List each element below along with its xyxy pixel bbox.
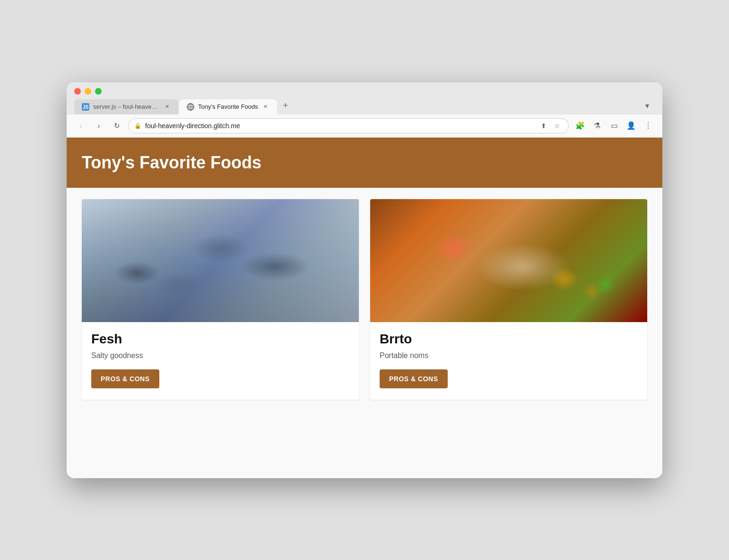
fesh-image xyxy=(82,199,359,322)
brrto-pros-cons-button[interactable]: PROS & CONS xyxy=(380,369,448,388)
svg-text:JS: JS xyxy=(83,105,89,110)
fesh-card-body: Fesh Salty goodness PROS & CONS xyxy=(82,322,359,400)
reload-button[interactable]: ↻ xyxy=(110,119,123,132)
brrto-card-body: Brrto Portable noms PROS & CONS xyxy=(370,322,647,400)
menu-button[interactable]: ⋮ xyxy=(642,119,655,132)
forward-button[interactable]: › xyxy=(92,119,105,132)
page-header: Tony's Favorite Foods xyxy=(67,138,662,188)
tab-foods-close[interactable]: ✕ xyxy=(262,103,269,111)
fesh-pros-cons-button[interactable]: PROS & CONS xyxy=(91,369,159,388)
browser-actions: 🧩 ⚗ ▭ 👤 ⋮ xyxy=(573,119,655,132)
traffic-lights xyxy=(74,88,655,95)
tab-server-close[interactable]: ✕ xyxy=(163,103,171,111)
brrto-description: Portable noms xyxy=(380,351,638,360)
reader-button[interactable]: ▭ xyxy=(608,119,621,132)
tab-chevron[interactable]: ▾ xyxy=(640,99,655,114)
page-title: Tony's Favorite Foods xyxy=(82,153,647,173)
globe-icon xyxy=(187,103,194,111)
share-button[interactable]: ⬆ xyxy=(538,120,549,131)
flask-button[interactable]: ⚗ xyxy=(590,119,604,132)
back-button[interactable]: ‹ xyxy=(74,119,87,132)
nav-bar: ‹ › ↻ 🔒 foul-heavenly-direction.glitch.m… xyxy=(67,114,662,138)
address-actions: ⬆ ☆ xyxy=(538,120,563,131)
address-bar[interactable]: 🔒 foul-heavenly-direction.glitch.me ⬆ ☆ xyxy=(128,118,569,133)
browser-window: JS server.js – foul-heavenly-di... ✕ Ton… xyxy=(67,82,662,478)
page-content: Tony's Favorite Foods Fesh Salty goodnes… xyxy=(67,138,662,478)
extensions-button[interactable]: 🧩 xyxy=(573,119,587,132)
profile-button[interactable]: 👤 xyxy=(625,119,638,132)
tab-foods[interactable]: Tony's Favorite Foods ✕ xyxy=(179,99,277,114)
food-card-fesh: Fesh Salty goodness PROS & CONS xyxy=(82,199,359,400)
brrto-image xyxy=(370,199,647,322)
bookmark-button[interactable]: ☆ xyxy=(551,120,563,131)
title-bar: JS server.js – foul-heavenly-di... ✕ Ton… xyxy=(67,82,662,114)
close-button[interactable] xyxy=(74,88,81,95)
lock-icon: 🔒 xyxy=(134,122,141,129)
url-text: foul-heavenly-direction.glitch.me xyxy=(145,122,534,130)
tab-server-label: server.js – foul-heavenly-di... xyxy=(93,103,159,110)
new-tab-button[interactable]: + xyxy=(278,99,293,114)
brrto-name: Brrto xyxy=(380,332,638,347)
fesh-description: Salty goodness xyxy=(91,351,349,360)
fesh-name: Fesh xyxy=(91,332,349,347)
tab-bar: JS server.js – foul-heavenly-di... ✕ Ton… xyxy=(74,99,655,114)
minimize-button[interactable] xyxy=(85,88,91,95)
tab-server[interactable]: JS server.js – foul-heavenly-di... ✕ xyxy=(74,99,178,114)
tab-foods-label: Tony's Favorite Foods xyxy=(198,103,258,110)
food-grid: Fesh Salty goodness PROS & CONS Brrto Po… xyxy=(67,188,662,411)
maximize-button[interactable] xyxy=(95,88,102,95)
food-card-brrto: Brrto Portable noms PROS & CONS xyxy=(370,199,647,400)
code-icon: JS xyxy=(82,103,89,111)
